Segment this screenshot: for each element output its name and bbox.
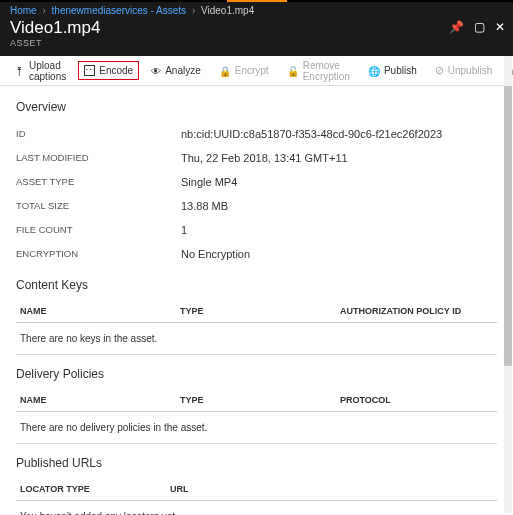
publish-button[interactable]: Publish: [362, 61, 423, 81]
breadcrumb-current: Video1.mp4: [201, 5, 254, 16]
id-label: ID: [16, 128, 181, 140]
col-locator: LOCATOR TYPE: [20, 484, 170, 494]
globe-icon: [368, 65, 380, 77]
encode-icon: [84, 65, 95, 76]
last-modified-value: Thu, 22 Feb 2018, 13:41 GMT+11: [181, 152, 348, 164]
upload-captions-button[interactable]: ⭱ Upload captions: [8, 56, 72, 86]
accent-indicator: [227, 0, 287, 2]
maximize-icon[interactable]: ▢: [474, 20, 485, 34]
delivery-empty: There are no delivery policies in the as…: [16, 412, 497, 444]
asset-type-label: ASSET TYPE: [16, 176, 181, 188]
encode-label: Encode: [99, 65, 133, 76]
col-protocol: PROTOCOL: [340, 395, 493, 405]
window-top-strip: [0, 0, 513, 2]
lock-icon: [219, 65, 231, 77]
content-keys-heading: Content Keys: [16, 278, 497, 292]
upload-captions-label: Upload captions: [29, 60, 66, 82]
unpublish-label: Unpublish: [448, 65, 492, 76]
breadcrumb: Home › thenewmediaservices - Assets › Vi…: [0, 2, 513, 16]
file-count-value: 1: [181, 224, 187, 236]
encryption-label: ENCRYPTION: [16, 248, 181, 260]
breadcrumb-service[interactable]: thenewmediaservices - Assets: [52, 5, 187, 16]
published-header: LOCATOR TYPE URL: [16, 478, 497, 501]
total-size-value: 13.88 MB: [181, 200, 228, 212]
published-empty: You haven't added any locators yet.: [16, 501, 497, 515]
asset-type-value: Single MP4: [181, 176, 237, 188]
breadcrumb-sep: ›: [42, 5, 45, 16]
publish-label: Publish: [384, 65, 417, 76]
page-subtitle: ASSET: [10, 38, 503, 48]
col-url: URL: [170, 484, 493, 494]
encryption-value: No Encryption: [181, 248, 250, 260]
pin-icon[interactable]: 📌: [449, 20, 464, 34]
last-modified-label: LAST MODIFIED: [16, 152, 181, 164]
col-auth: AUTHORIZATION POLICY ID: [340, 306, 493, 316]
remove-encryption-button[interactable]: Remove Encryption: [281, 56, 356, 86]
content-keys-empty: There are no keys in the asset.: [16, 323, 497, 355]
col-name: NAME: [20, 395, 180, 405]
breadcrumb-sep: ›: [192, 5, 195, 16]
unlock-icon: [287, 65, 299, 77]
close-icon[interactable]: ✕: [495, 20, 505, 34]
analyze-icon: [151, 65, 161, 77]
content-area: Overview IDnb:cid:UUID:c8a51870-f353-48c…: [0, 86, 513, 515]
remove-encryption-label: Remove Encryption: [303, 60, 350, 82]
file-count-label: FILE COUNT: [16, 224, 181, 236]
page-title: Video1.mp4: [10, 18, 503, 38]
breadcrumb-home[interactable]: Home: [10, 5, 37, 16]
encrypt-label: Encrypt: [235, 65, 269, 76]
published-heading: Published URLs: [16, 456, 497, 470]
encrypt-button[interactable]: Encrypt: [213, 61, 275, 81]
delivery-header: NAME TYPE PROTOCOL: [16, 389, 497, 412]
upload-icon: ⭱: [14, 65, 25, 77]
col-type: TYPE: [180, 306, 340, 316]
overview-heading: Overview: [16, 100, 497, 114]
unpublish-button[interactable]: ⊘ Unpublish: [429, 60, 498, 81]
toolbar: ⭱ Upload captions Encode Analyze Encrypt…: [0, 56, 513, 86]
total-size-label: TOTAL SIZE: [16, 200, 181, 212]
scrollbar-thumb[interactable]: [504, 86, 512, 366]
unpublish-icon: ⊘: [435, 64, 444, 77]
col-type: TYPE: [180, 395, 340, 405]
scrollbar[interactable]: [504, 56, 512, 513]
blade-header: Video1.mp4 ASSET 📌 ▢ ✕: [0, 16, 513, 56]
col-name: NAME: [20, 306, 180, 316]
analyze-label: Analyze: [165, 65, 201, 76]
id-value: nb:cid:UUID:c8a51870-f353-48cd-90c6-f21e…: [181, 128, 442, 140]
delivery-heading: Delivery Policies: [16, 367, 497, 381]
analyze-button[interactable]: Analyze: [145, 61, 207, 81]
encode-button[interactable]: Encode: [78, 61, 139, 80]
content-keys-header: NAME TYPE AUTHORIZATION POLICY ID: [16, 300, 497, 323]
